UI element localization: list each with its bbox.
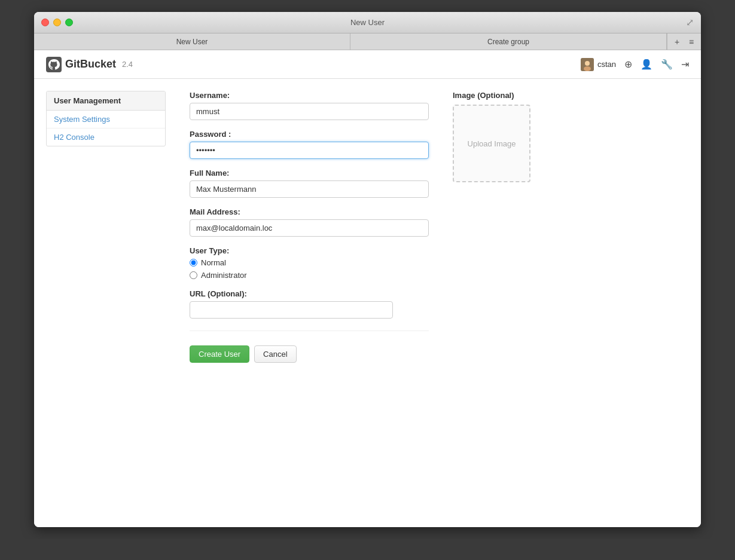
radio-normal-text: Normal bbox=[201, 258, 226, 267]
mail-input[interactable] bbox=[190, 219, 429, 237]
tab-list-icon[interactable]: ≡ bbox=[685, 36, 697, 48]
username-group: Username: bbox=[190, 91, 429, 120]
brand-version: 2.4 bbox=[122, 60, 133, 69]
logo-icon bbox=[46, 57, 62, 72]
sidebar-item-h2-console[interactable]: H2 Console bbox=[47, 128, 165, 146]
url-input[interactable] bbox=[190, 301, 393, 319]
cancel-button[interactable]: Cancel bbox=[254, 345, 296, 363]
image-upload-box[interactable]: Upload Image bbox=[453, 105, 530, 182]
radio-admin-label[interactable]: Administrator bbox=[190, 271, 429, 280]
signout-icon[interactable]: ⇥ bbox=[681, 59, 689, 70]
form-area: Username: Password : Full Name: Mail Add… bbox=[178, 91, 689, 515]
usertype-radio-group: Normal Administrator bbox=[190, 258, 429, 280]
url-group: URL (Optional): bbox=[190, 289, 429, 319]
sidebar-nav: User Management System Settings H2 Conso… bbox=[46, 91, 166, 146]
usertype-label: User Type: bbox=[190, 246, 429, 255]
minimize-button[interactable] bbox=[53, 19, 61, 26]
svg-point-2 bbox=[585, 61, 590, 66]
fullname-group: Full Name: bbox=[190, 169, 429, 198]
button-row: Create User Cancel bbox=[190, 345, 429, 363]
window-title: New User bbox=[350, 18, 385, 27]
username-input[interactable] bbox=[190, 103, 429, 120]
tab-add-icon[interactable]: + bbox=[671, 36, 683, 48]
image-label: Image (Optional) bbox=[453, 91, 548, 100]
maximize-button[interactable] bbox=[65, 19, 73, 26]
tab-actions: + ≡ bbox=[667, 33, 701, 50]
radio-admin[interactable] bbox=[190, 271, 197, 279]
titlebar: New User ⤢ bbox=[34, 12, 701, 33]
window-controls[interactable] bbox=[41, 19, 73, 26]
upload-image-text: Upload Image bbox=[468, 139, 516, 148]
url-label: URL (Optional): bbox=[190, 289, 429, 298]
sidebar-item-system-settings[interactable]: System Settings bbox=[47, 111, 165, 128]
fullname-label: Full Name: bbox=[190, 169, 429, 178]
close-button[interactable] bbox=[41, 19, 49, 26]
sidebar-title: User Management bbox=[47, 91, 165, 111]
password-label: Password : bbox=[190, 130, 429, 139]
create-user-button[interactable]: Create User bbox=[190, 345, 249, 363]
mail-label: Mail Address: bbox=[190, 207, 429, 216]
username-label: Username: bbox=[190, 91, 429, 100]
expand-icon[interactable]: ⤢ bbox=[686, 17, 694, 28]
password-group: Password : bbox=[190, 130, 429, 159]
tabs-row: New User Create group + ≡ bbox=[34, 33, 701, 50]
password-input[interactable] bbox=[190, 142, 429, 159]
fullname-input[interactable] bbox=[190, 180, 429, 198]
username-label: cstan bbox=[597, 60, 616, 69]
add-icon[interactable]: ⊕ bbox=[624, 59, 632, 70]
mail-group: Mail Address: bbox=[190, 207, 429, 237]
brand-name: GitBucket bbox=[65, 58, 116, 71]
main-content: User Management System Settings H2 Conso… bbox=[34, 79, 701, 527]
sidebar: User Management System Settings H2 Conso… bbox=[46, 91, 166, 515]
radio-normal-label[interactable]: Normal bbox=[190, 258, 429, 267]
settings-icon[interactable]: 🔧 bbox=[661, 59, 673, 70]
tab-new-user[interactable]: New User bbox=[34, 33, 350, 50]
image-section: Image (Optional) Upload Image bbox=[453, 91, 548, 515]
radio-normal[interactable] bbox=[190, 259, 197, 267]
brand[interactable]: GitBucket 2.4 bbox=[46, 57, 133, 72]
tab-create-group[interactable]: Create group bbox=[350, 33, 667, 50]
divider bbox=[190, 331, 429, 331]
user-icon[interactable]: 👤 bbox=[641, 59, 652, 70]
avatar bbox=[581, 58, 594, 71]
svg-point-3 bbox=[584, 66, 591, 71]
navbar-right: cstan ⊕ 👤 🔧 ⇥ bbox=[581, 58, 689, 71]
usertype-group: User Type: Normal Administrator bbox=[190, 246, 429, 280]
user-menu[interactable]: cstan bbox=[581, 58, 616, 71]
form-main: Username: Password : Full Name: Mail Add… bbox=[190, 91, 429, 515]
radio-admin-text: Administrator bbox=[201, 271, 247, 280]
navbar: GitBucket 2.4 cstan ⊕ 👤 🔧 ⇥ bbox=[34, 50, 701, 79]
